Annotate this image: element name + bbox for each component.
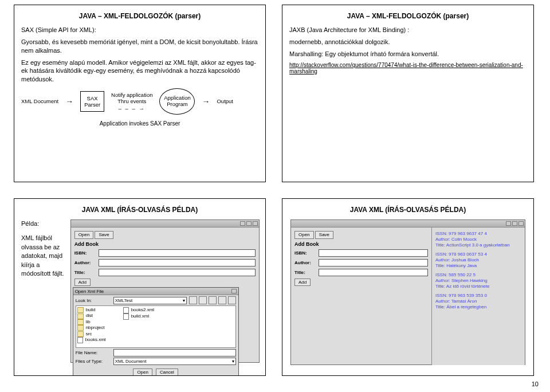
slide-title: JAVA – XML-FELDOLGOZÓK (parser) [289,12,527,20]
home-icon[interactable] [199,296,207,304]
file-name-label: File Name: [76,350,111,355]
file-name-input[interactable] [113,349,236,356]
output-node: Output [217,98,233,104]
slide-title: JAVA XML (ÍRÁS-OLVASÁS PÉLDA) [289,206,527,214]
detail-view-icon[interactable] [228,296,236,304]
open-button[interactable]: Open [74,231,94,239]
slide-title: JAVA XML (ÍRÁS-OLVASÁS PÉLDA) [21,206,258,214]
sax-diagram: XML Document → SAX Parser Notify applica… [21,88,258,115]
window-titlebar [291,220,525,228]
notify-arrow: Notify application Thru events – – – → [111,92,152,112]
add-book-section: Add Book [74,241,256,247]
title-input[interactable] [99,269,256,276]
book-item: ISSN: 585 550 22 5 Author: Stephen Hawki… [435,272,521,289]
up-folder-icon[interactable] [189,296,197,304]
folder-icon [77,319,84,325]
app-window: Open Save Add Book ISBN: Author: Title: … [290,219,525,365]
title-label: Title: [294,270,315,275]
author-input[interactable] [99,259,256,266]
new-folder-icon[interactable] [209,296,217,304]
close-icon[interactable] [231,289,237,293]
minimize-icon[interactable] [506,221,511,226]
example-text: XML fájlból olvassa be az adatokat, majd… [21,234,65,278]
dialog-open-button[interactable]: Open [133,369,152,376]
file-type-select[interactable]: XML Document▾ [113,358,236,365]
chevron-down-icon: ▾ [232,359,234,364]
book-item: ISSN: 978 963 539 353 0 Author: Tamási Á… [435,293,521,310]
isbn-input[interactable] [99,249,256,257]
jaxb-heading: JAXB (Java Architecture for XML Binding)… [289,26,527,34]
arrow-icon: → [202,97,210,105]
file-icon [123,307,129,313]
sax-parser-node: SAX Parser [80,91,104,112]
sax-heading: SAX (Simple API for XML): [21,26,258,34]
sax-desc-2: Ez egy esemény alapú modell. Amikor végi… [21,58,258,84]
notify-label: Notify application Thru events [111,92,152,104]
minimize-icon[interactable] [240,221,245,226]
save-button[interactable]: Save [95,231,113,239]
sax-desc-1: Gyorsabb, és kevesebb memóriát igényel, … [21,38,258,55]
author-label: Author: [294,260,315,265]
list-view-icon[interactable] [218,296,226,304]
folder-icon [77,331,84,337]
example-description: Példa: XML fájlból olvassa be az adatoka… [21,219,65,363]
file-icon [123,313,129,320]
chevron-down-icon: ▾ [183,298,185,303]
title-label: Title: [74,270,95,275]
slide-title: JAVA – XML-FELDOLGOZÓK (parser) [21,12,258,20]
book-list: ISSN: 979 963 9637 47 4 Author: Colin Mo… [435,231,521,310]
dialog-cancel-button[interactable]: Cancel [156,369,178,376]
dialog-title: Open Xml File [75,289,104,294]
author-label: Author: [74,260,95,265]
jaxb-desc-1: modernebb, annotációkkal dolgozik. [289,38,527,46]
example-label: Példa: [21,219,65,228]
application-program-node: Application Program [159,88,195,115]
file-list[interactable]: build dist lib nbproject src books.xml b… [76,305,236,348]
book-item: ISSN: 978 963 0637 53 4 Author: Joshua B… [435,252,521,269]
isbn-label: ISBN: [294,250,315,256]
author-input[interactable] [319,259,428,266]
arrow-icon: → [65,97,73,105]
slide-jaxb: JAVA – XML-FELDOLGOZÓK (parser) JAXB (Ja… [282,5,534,182]
stackoverflow-link[interactable]: http://stackoverflow.com/questions/77047… [289,62,527,75]
slide-example-left: JAVA XML (ÍRÁS-OLVASÁS PÉLDA) Példa: XML… [14,198,266,376]
xml-document-node: XML Document [21,98,58,104]
add-button[interactable]: Add [74,279,91,287]
open-button[interactable]: Open [294,231,314,239]
look-in-select[interactable]: XMLTest▾ [113,297,187,304]
add-book-section: Add Book [294,241,428,247]
title-input[interactable] [319,269,428,276]
folder-icon [77,313,84,319]
add-button[interactable]: Add [294,279,311,287]
diagram-caption: Application invokes SAX Parser [21,120,258,127]
slide-example-right: JAVA XML (ÍRÁS-OLVASÁS PÉLDA) Open Save … [282,198,534,376]
close-icon[interactable] [518,221,524,226]
isbn-input[interactable] [319,249,428,257]
book-item: ISSN: 979 963 9637 47 4 Author: Colin Mo… [435,231,521,248]
look-in-label: Look In: [76,298,111,303]
slide-sax-parser: JAVA – XML-FELDOLGOZÓK (parser) SAX (Sim… [14,5,266,182]
file-icon [77,337,83,343]
maximize-icon[interactable] [512,221,517,226]
window-titlebar [71,220,259,228]
maximize-icon[interactable] [246,221,252,226]
save-button[interactable]: Save [315,231,333,239]
folder-icon [77,325,84,331]
folder-icon [77,307,84,313]
file-open-dialog: Open Xml File Look In: XMLTest▾ [73,287,239,376]
isbn-label: ISBN: [74,250,95,256]
close-icon[interactable] [253,221,258,226]
jaxb-desc-2: Marshalling: Egy objektumot írható formá… [289,50,527,58]
file-type-label: Files of Type: [76,359,111,364]
page-number: 10 [532,381,539,387]
